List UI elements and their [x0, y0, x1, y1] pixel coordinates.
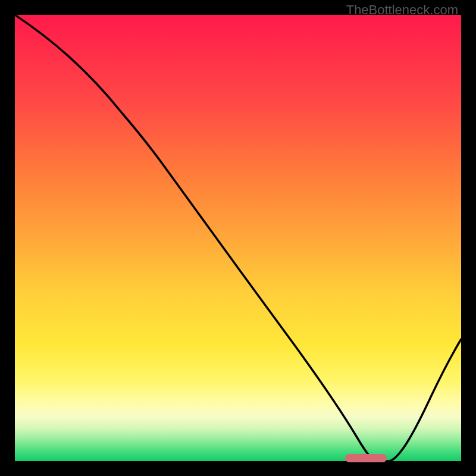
bottleneck-curve	[15, 15, 461, 461]
watermark-label: TheBottleneck.com	[346, 2, 458, 18]
optimum-marker	[345, 454, 387, 462]
chart-frame	[15, 15, 461, 461]
